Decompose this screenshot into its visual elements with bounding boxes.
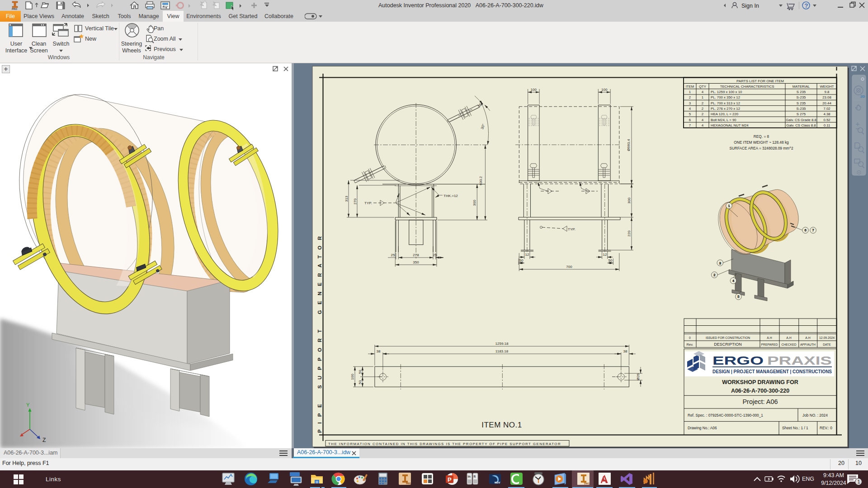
svg-text:4: 4	[689, 107, 691, 111]
svg-text:REV.: 0: REV.: 0	[820, 426, 832, 430]
svg-text:9.8: 9.8	[825, 90, 830, 94]
svg-text:12: 12	[525, 253, 529, 257]
svg-text:2: 2	[702, 107, 703, 111]
svg-text:Rev.: Rev.	[687, 343, 693, 347]
svg-text:Bolt M24, L = 90: Bolt M24, L = 90	[711, 118, 736, 122]
svg-text:100: 100	[350, 374, 354, 380]
svg-text:350: 350	[413, 260, 419, 264]
svg-text:TECHNICAL CHARACTERISTICS: TECHNICAL CHARACTERISTICS	[720, 84, 774, 89]
svg-text:TYP.: TYP.	[568, 227, 576, 231]
svg-text:50: 50	[519, 258, 524, 263]
svg-text:1: 1	[728, 204, 730, 208]
svg-text:S 275: S 275	[797, 112, 806, 116]
svg-text:2: 2	[689, 95, 691, 99]
svg-text:25: 25	[391, 253, 395, 257]
svg-text:Galv. CS Class 8.8: Galv. CS Class 8.8	[786, 123, 816, 127]
svg-text:0.52: 0.52	[823, 118, 830, 122]
svg-text:CHECKED: CHECKED	[781, 343, 796, 346]
svg-text:50: 50	[358, 370, 362, 374]
svg-text:Galv. CS Grade 8.8: Galv. CS Grade 8.8	[786, 118, 816, 122]
svg-text:Ø26: Ø26	[636, 373, 640, 380]
svg-text:TYP.: TYP.	[364, 201, 372, 205]
svg-text:700: 700	[566, 265, 572, 269]
svg-text:PRO: PRO	[406, 482, 411, 485]
svg-text:3: 3	[689, 101, 691, 105]
svg-text:4: 4	[702, 90, 704, 94]
svg-text:2: 2	[702, 101, 703, 105]
svg-text:PRAXIS: PRAXIS	[767, 354, 832, 367]
svg-text:A.H: A.H	[786, 336, 791, 339]
svg-text:Ref. Spec. : 079254C-0000-STC-: Ref. Spec. : 079254C-0000-STC-1390-000_1	[688, 413, 763, 418]
svg-text:ft: ft	[474, 475, 476, 478]
svg-text:Y: Y	[26, 402, 30, 408]
svg-text:6: 6	[689, 118, 691, 122]
svg-text:313: 313	[344, 196, 349, 202]
svg-text:REQ. = 8: REQ. = 8	[754, 134, 769, 139]
svg-text:A06-26-A-700-300-220: A06-26-A-700-300-220	[731, 388, 789, 394]
svg-text:1: 1	[689, 90, 691, 94]
svg-text:ERGO: ERGO	[712, 354, 764, 367]
svg-text:A.H: A.H	[767, 336, 772, 339]
svg-text:QTY: QTY	[699, 84, 707, 89]
svg-text:Sheet No.: 1 / 1: Sheet No.: 1 / 1	[782, 426, 808, 430]
svg-text:PL. 276 x 270 x 12: PL. 276 x 270 x 12	[711, 107, 740, 111]
svg-text:300: 300	[627, 197, 631, 204]
svg-text:7: 7	[689, 123, 691, 127]
svg-text:270: 270	[353, 198, 357, 205]
svg-text:A.H: A.H	[805, 336, 810, 339]
svg-text:THK.=12: THK.=12	[443, 194, 458, 198]
svg-text:DWG: DWG	[584, 482, 590, 485]
svg-text:PARTS LIST FOR ONE ITEM: PARTS LIST FOR ONE ITEM	[736, 79, 784, 83]
svg-text:38: 38	[623, 349, 627, 353]
svg-text:6: 6	[804, 228, 806, 232]
svg-text:WEIGHT: WEIGHT	[820, 84, 834, 89]
svg-text:HEA 120, L = 220: HEA 120, L = 220	[711, 112, 739, 116]
svg-text:2: 2	[713, 273, 715, 277]
svg-text:5: 5	[737, 295, 739, 299]
svg-text:APP/AUTH: APP/AUTH	[800, 343, 816, 346]
svg-text:DATE: DATE	[823, 343, 831, 346]
svg-text:P: P	[448, 476, 452, 483]
svg-text:PL. 700 x 350 x 12: PL. 700 x 350 x 12	[711, 95, 740, 99]
svg-text:ITEM NO.1: ITEM NO.1	[481, 421, 522, 429]
svg-text:1: 1	[702, 95, 703, 99]
svg-text:PL. 700 x 313 x 12: PL. 700 x 313 x 12	[711, 101, 740, 105]
svg-text:100: 100	[531, 88, 537, 92]
svg-text:?: ?	[805, 2, 808, 9]
svg-text:ITEM: ITEM	[686, 84, 694, 89]
svg-text:SURFACE AREA = 3248028.09 mm^2: SURFACE AREA = 3248028.09 mm^2	[729, 146, 793, 150]
svg-text:Ø660.4: Ø660.4	[627, 139, 631, 151]
svg-text:2D: 2D	[860, 94, 865, 99]
svg-text:DESCRIPTION: DESCRIPTION	[714, 342, 742, 347]
svg-text:Job NO. : 2024: Job NO. : 2024	[802, 413, 828, 418]
svg-text:1: 1	[858, 479, 860, 484]
svg-text:1259.18: 1259.18	[495, 342, 509, 346]
svg-text:PRO: PRO	[12, 8, 18, 10]
svg-text:38: 38	[377, 349, 381, 353]
svg-text:PIPE SUPPORT GENERATOR: PIPE SUPPORT GENERATOR	[317, 230, 322, 433]
svg-text:100: 100	[601, 88, 608, 92]
svg-text:NSV: NSV	[495, 481, 500, 484]
svg-text:MATERIAL: MATERIAL	[793, 84, 810, 89]
svg-text:300: 300	[472, 200, 476, 206]
svg-text:ISSUED FOR CONSTRUCTION: ISSUED FOR CONSTRUCTION	[706, 336, 750, 339]
svg-text:4: 4	[702, 118, 704, 122]
svg-text:220: 220	[627, 230, 631, 237]
svg-text:5: 5	[689, 112, 691, 116]
svg-text:12.09.2024: 12.09.2024	[819, 336, 835, 339]
svg-text:PREPARED: PREPARED	[761, 343, 778, 346]
svg-text:DESIGN | PROJECT MANAGEMENT |: DESIGN | PROJECT MANAGEMENT | CONSTRUCTI…	[712, 369, 832, 374]
svg-text:7: 7	[812, 228, 814, 232]
svg-text:4: 4	[732, 279, 734, 283]
svg-text:4.38: 4.38	[823, 112, 830, 116]
svg-text:Sign In: Sign In	[741, 3, 759, 9]
svg-text:1183.18: 1183.18	[495, 349, 509, 353]
svg-text:S 235: S 235	[797, 90, 806, 94]
svg-text:THE INFORMATION CONTAINED IN T: THE INFORMATION CONTAINED IN THIS DRAWIN…	[328, 442, 561, 446]
svg-text:2: 2	[702, 112, 703, 116]
svg-text:Drawing No.: A06: Drawing No.: A06	[688, 426, 717, 430]
svg-text:S-235: S-235	[797, 95, 806, 99]
svg-text:20.44: 20.44	[822, 101, 831, 105]
svg-text:WORKSHOP DRAWING FOR: WORKSHOP DRAWING FOR	[722, 379, 798, 385]
svg-text:S 235: S 235	[797, 101, 806, 105]
